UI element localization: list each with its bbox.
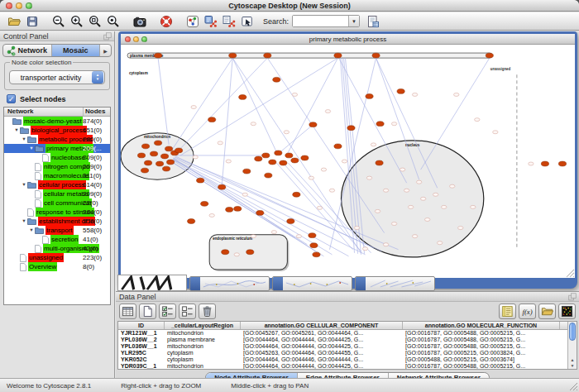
network-node[interactable]	[529, 162, 534, 165]
network-node[interactable]	[437, 241, 442, 245]
network-node[interactable]	[269, 160, 276, 165]
table-cell[interactable]: [GO:0016787, GO:0005488, GO:0005215, G..…	[403, 363, 560, 370]
network-node[interactable]	[471, 205, 476, 208]
tree-column-network[interactable]: Network	[4, 108, 83, 116]
network-node[interactable]	[242, 193, 247, 196]
network-node[interactable]	[226, 207, 233, 212]
table-row[interactable]: YDR039C__1mitochondrion[GO:0044464, GO:0…	[118, 363, 577, 370]
network-node[interactable]	[154, 141, 161, 146]
network-node[interactable]	[256, 211, 264, 216]
network-node[interactable]	[292, 93, 297, 96]
network-close-button[interactable]	[125, 36, 131, 42]
network-node[interactable]	[372, 53, 380, 58]
network-node[interactable]	[397, 88, 404, 93]
zoom-button[interactable]	[26, 2, 32, 9]
table-cell[interactable]: YLR295C	[118, 350, 165, 356]
network-node[interactable]	[416, 180, 421, 184]
table-cell[interactable]: [GO:0045267, GO:0045261, GO:0044464, G..…	[241, 330, 403, 337]
network-node[interactable]	[420, 197, 425, 200]
network-node[interactable]	[167, 160, 175, 165]
network-node[interactable]	[325, 110, 330, 113]
network-node[interactable]	[141, 168, 148, 173]
minimized-window-thumbnail-1[interactable]	[117, 275, 187, 291]
network-node[interactable]	[271, 231, 276, 234]
network-node[interactable]	[208, 117, 216, 122]
close-button[interactable]	[6, 2, 12, 9]
network-node[interactable]	[234, 206, 242, 211]
zoom-selected-button[interactable]	[86, 13, 104, 30]
expand-arrow-icon[interactable]: ▼	[13, 126, 20, 135]
network-node[interactable]	[193, 155, 198, 159]
table-cell[interactable]: [GO:0016787, GO:0005215, GO:0003824, G..…	[403, 350, 560, 356]
table-cell[interactable]: mitochondrion	[165, 330, 241, 337]
network-node[interactable]	[209, 213, 214, 217]
table-cell[interactable]: mitochondrion	[165, 363, 241, 370]
help-button[interactable]	[157, 13, 175, 30]
scrollbar-thumb[interactable]	[569, 323, 576, 341]
table-cell[interactable]: YKR052C	[118, 356, 165, 363]
network-node[interactable]	[334, 53, 342, 58]
network-node[interactable]	[287, 219, 294, 224]
import-network-2-button[interactable]	[220, 13, 238, 30]
network-node[interactable]	[191, 106, 196, 109]
network-node[interactable]	[408, 205, 413, 208]
network-overview-button[interactable]	[184, 13, 202, 30]
network-node[interactable]	[383, 189, 388, 192]
tree-item-establishment-of-lo[interactable]: ▼establishment of lo558(0)	[4, 217, 110, 226]
network-node[interactable]	[383, 243, 388, 246]
table-row[interactable]: YKR052Ccytoplasm[GO:0044464, GO:0044446,…	[118, 356, 577, 363]
network-node[interactable]	[141, 144, 149, 149]
network-node[interactable]	[229, 53, 237, 58]
expand-arrow-icon[interactable]: ▼	[21, 180, 27, 189]
table-cell[interactable]: [GO:0016787, GO:0005488, GO:0005215, G..…	[403, 330, 560, 337]
tree-item-multi-organism-pro[interactable]: multi-organism pro42(0)	[4, 244, 110, 253]
expand-arrow-icon[interactable]: ▼	[21, 217, 27, 226]
window-titlebar[interactable]: Cytoscape Desktop (New Session)	[0, 0, 579, 12]
network-node[interactable]	[424, 218, 429, 221]
import-table-button[interactable]	[538, 304, 556, 319]
table-cell[interactable]: [GO:0045263, GO:0044464, GO:0044455, G..…	[241, 350, 403, 356]
unselect-attributes-button[interactable]	[179, 304, 196, 319]
tab-overflow-button[interactable]: ▶	[100, 45, 111, 56]
network-node[interactable]	[309, 122, 317, 127]
network-node[interactable]	[376, 122, 384, 127]
table-cell[interactable]: [GO:0044464, GO:0044446, GO:0044444, G..…	[241, 356, 403, 363]
network-node[interactable]	[342, 160, 347, 163]
tab-mosaic[interactable]: Mosaic	[52, 45, 101, 56]
network-node[interactable]	[404, 189, 409, 192]
select-nodes-row[interactable]: ✓ Select nodes	[7, 94, 108, 103]
network-node[interactable]	[366, 176, 371, 179]
network-node[interactable]	[246, 250, 254, 255]
network-node[interactable]	[150, 151, 157, 156]
search-dropdown-button[interactable]: ▼	[348, 16, 359, 26]
expand-arrow-icon[interactable]: ▼	[28, 226, 35, 235]
table-row[interactable]: YLR295Ccytoplasm[GO:0045263, GO:0044464,…	[118, 350, 577, 356]
search-input[interactable]	[293, 16, 348, 26]
column-header-2[interactable]: _cellularLayoutRegion	[165, 322, 241, 329]
expand-arrow-icon[interactable]: ▼	[28, 144, 35, 153]
grid-button[interactable]	[119, 304, 136, 319]
new-attribute-button[interactable]	[139, 304, 156, 319]
tree-item-cell-communicat[interactable]: cell communicat22(0)	[4, 198, 110, 208]
zoom-out-button[interactable]	[50, 13, 68, 30]
network-node[interactable]	[222, 250, 229, 255]
network-node[interactable]	[391, 222, 396, 226]
table-scrollbar[interactable]: ▲▼	[567, 322, 577, 369]
network-node[interactable]	[165, 146, 172, 151]
network-node[interactable]	[334, 144, 342, 149]
network-node[interactable]	[265, 173, 272, 178]
network-node[interactable]	[329, 189, 334, 192]
network-node[interactable]	[375, 209, 380, 213]
network-node[interactable]	[412, 93, 417, 96]
tree-item-overview[interactable]: Overview8(0)	[4, 262, 110, 271]
network-node[interactable]	[321, 168, 326, 171]
zoom-fit-button[interactable]	[104, 13, 122, 30]
tree-item-mosaic-demo-yeast[interactable]: mosaic-demo-yeast874(0)	[4, 117, 110, 126]
select-nodes-checkbox[interactable]: ✓	[7, 94, 16, 103]
network-node[interactable]	[347, 126, 355, 131]
zoom-in-button[interactable]	[68, 13, 86, 30]
network-node[interactable]	[412, 235, 417, 238]
node-color-dropdown[interactable]: transporter activity ▲▼	[9, 70, 105, 84]
tree-item-secretion[interactable]: secretion41(0)	[4, 235, 110, 244]
tree-item-unassigned[interactable]: unassigned223(0)	[4, 253, 110, 262]
